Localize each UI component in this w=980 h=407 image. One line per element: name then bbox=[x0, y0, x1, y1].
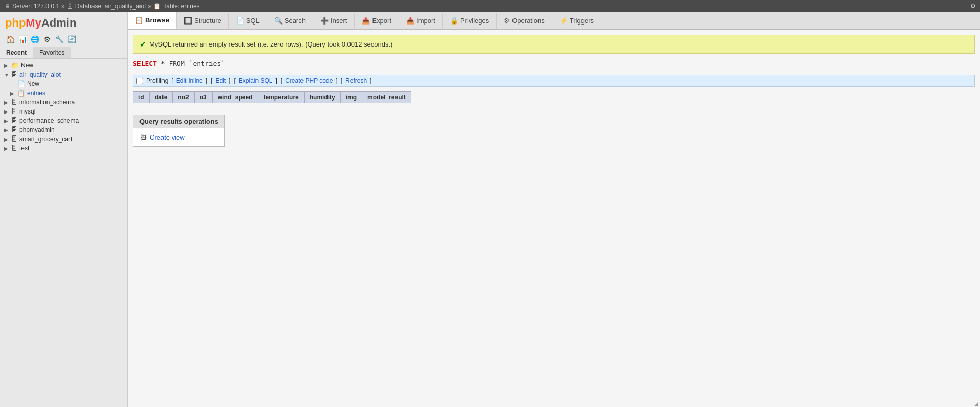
col-humidity: humidity bbox=[304, 92, 340, 103]
table-header-row: id date no2 o3 wind_speed temperature hu… bbox=[133, 92, 411, 103]
sidebar-item-mysql[interactable]: ▶ 🗄 mysql bbox=[0, 107, 127, 116]
sidebar-item-air-quality-aiot[interactable]: ▼ 🗄 air_quality_aiot bbox=[0, 70, 127, 79]
refresh-link[interactable]: Refresh bbox=[345, 77, 367, 84]
col-wind-speed: wind_speed bbox=[212, 92, 258, 103]
query-results-ops-label: Query results operations bbox=[139, 118, 218, 125]
search-icon: 🔍 bbox=[274, 17, 283, 25]
main-content: 📋 Browse 🔲 Structure 📄 SQL 🔍 Search ➕ In… bbox=[128, 12, 980, 407]
col-id: id bbox=[133, 92, 150, 103]
check-icon: ✔ bbox=[139, 39, 146, 49]
bracket-open5: [ bbox=[341, 77, 342, 84]
logo-php: php bbox=[5, 16, 26, 29]
sidebar-item-performance-schema[interactable]: ▶ 🗄 performance_schema bbox=[0, 116, 127, 125]
content-area: ✔ MySQL returned an empty result set (i.… bbox=[128, 30, 980, 407]
profiling-checkbox[interactable] bbox=[136, 78, 143, 84]
breadcrumb-sep1: » bbox=[61, 3, 65, 10]
db-icon-mysql: 🗄 bbox=[11, 108, 17, 115]
refresh-icon[interactable]: 🔄 bbox=[66, 34, 77, 44]
tab-privileges[interactable]: 🔒 Privileges bbox=[443, 13, 497, 29]
sidebar-item-information-schema[interactable]: ▶ 🗄 information_schema bbox=[0, 98, 127, 107]
col-o3: o3 bbox=[194, 92, 212, 103]
db-icon-information-schema: 🗄 bbox=[11, 99, 17, 106]
sidebar-item-label-phpmyadmin: phpmyadmin bbox=[19, 126, 55, 133]
col-no2: no2 bbox=[173, 92, 194, 103]
chart-icon[interactable]: 📊 bbox=[17, 34, 28, 44]
toggle-mysql: ▶ bbox=[4, 109, 9, 115]
toggle-test: ▶ bbox=[4, 146, 9, 151]
toggle-information-schema: ▶ bbox=[4, 100, 9, 105]
tab-sql-label: SQL bbox=[246, 17, 260, 25]
home-icon[interactable]: 🏠 bbox=[5, 34, 15, 44]
tab-triggers[interactable]: ⚡ Triggers bbox=[552, 13, 601, 29]
tab-browse[interactable]: 📋 Browse bbox=[128, 12, 177, 29]
create-view-link[interactable]: Create view bbox=[150, 133, 185, 141]
tab-insert-label: Insert bbox=[331, 17, 347, 25]
toggle-smart-grocery-cart: ▶ bbox=[4, 137, 9, 142]
tab-export[interactable]: 📤 Export bbox=[355, 13, 399, 29]
sidebar-item-label-new-root: New bbox=[21, 62, 33, 69]
bracket-close5: ] bbox=[370, 77, 371, 84]
gear-icon[interactable]: ⚙ bbox=[970, 3, 976, 10]
sidebar-item-phpmyadmin[interactable]: ▶ 🗄 phpmyadmin bbox=[0, 125, 127, 134]
col-img: img bbox=[340, 92, 362, 103]
sql-display: SELECT * FROM `entries` bbox=[133, 58, 975, 70]
server-icon: 🖥 bbox=[4, 3, 10, 10]
tab-import[interactable]: 📥 Import bbox=[399, 13, 443, 29]
insert-icon: ➕ bbox=[320, 17, 329, 25]
sidebar-item-label-air-quality-aiot: air_quality_aiot bbox=[19, 71, 61, 78]
tab-sql[interactable]: 📄 SQL bbox=[229, 13, 267, 29]
operations-icon: ⚙ bbox=[504, 17, 510, 25]
sidebar-tree: ▶ 📁 New ▼ 🗄 air_quality_aiot 📄 New ▶ 📋 e… bbox=[0, 59, 127, 407]
tools-icon[interactable]: 🔧 bbox=[54, 34, 64, 44]
table-label[interactable]: Table: entries bbox=[163, 3, 199, 10]
tab-operations-label: Operations bbox=[512, 17, 545, 25]
query-results-ops-header[interactable]: Query results operations bbox=[133, 115, 224, 128]
resize-handle[interactable]: ◢ bbox=[973, 400, 980, 407]
sidebar-item-label-information-schema: information_schema bbox=[19, 99, 75, 106]
bracket-close1: ] bbox=[206, 77, 207, 84]
sidebar-item-label-entries: entries bbox=[27, 89, 45, 97]
server-label[interactable]: Server: 127.0.0.1 bbox=[12, 3, 59, 10]
new-root-icon: 📁 bbox=[11, 62, 19, 69]
tab-import-label: Import bbox=[416, 17, 435, 25]
sidebar-item-entries[interactable]: ▶ 📋 entries bbox=[0, 88, 127, 98]
edit-inline-link[interactable]: Edit inline bbox=[176, 77, 203, 84]
bracket-open4: [ bbox=[281, 77, 282, 84]
bracket-close4: ] bbox=[336, 77, 337, 84]
globe-icon[interactable]: 🌐 bbox=[30, 34, 40, 44]
tab-structure-label: Structure bbox=[194, 17, 221, 25]
tab-search-label: Search bbox=[285, 17, 306, 25]
export-icon: 📤 bbox=[362, 17, 370, 25]
database-label[interactable]: Database: air_quality_aiot bbox=[75, 3, 146, 10]
tab-triggers-label: Triggers bbox=[570, 17, 594, 25]
sidebar-tabs: Recent Favorites bbox=[0, 47, 127, 59]
privileges-icon: 🔒 bbox=[450, 17, 458, 25]
sidebar-logo: phpMyAdmin bbox=[0, 12, 127, 32]
tab-operations[interactable]: ⚙ Operations bbox=[497, 13, 552, 29]
sidebar-item-label-smart-grocery-cart: smart_grocery_cart bbox=[19, 135, 72, 143]
tab-structure[interactable]: 🔲 Structure bbox=[177, 13, 229, 29]
db-icon-performance-schema: 🗄 bbox=[11, 117, 17, 124]
sidebar-item-smart-grocery-cart[interactable]: ▶ 🗄 smart_grocery_cart bbox=[0, 134, 127, 144]
triggers-icon: ⚡ bbox=[559, 17, 568, 25]
tab-favorites[interactable]: Favorites bbox=[33, 47, 71, 58]
tab-recent[interactable]: Recent bbox=[0, 47, 33, 58]
query-results-ops-body: 🖼 Create view bbox=[133, 128, 224, 146]
tab-search[interactable]: 🔍 Search bbox=[267, 13, 313, 29]
bracket-close2: ] bbox=[229, 77, 230, 84]
settings-icon[interactable]: ⚙ bbox=[42, 34, 52, 44]
sidebar-item-new-root[interactable]: ▶ 📁 New bbox=[0, 61, 127, 70]
structure-icon: 🔲 bbox=[184, 17, 192, 25]
col-model-result: model_result bbox=[362, 92, 411, 103]
edit-link[interactable]: Edit bbox=[215, 77, 226, 84]
sidebar-item-test[interactable]: ▶ 🗄 test bbox=[0, 144, 127, 153]
tab-insert[interactable]: ➕ Insert bbox=[313, 13, 355, 29]
explain-sql-link[interactable]: Explain SQL bbox=[239, 77, 273, 84]
sidebar-item-label-new-db: New bbox=[27, 80, 39, 87]
toggle-entries: ▶ bbox=[10, 91, 15, 96]
col-date: date bbox=[149, 92, 173, 103]
topbar: 🖥 Server: 127.0.0.1 » 🗄 Database: air_qu… bbox=[0, 0, 980, 12]
tab-bar: 📋 Browse 🔲 Structure 📄 SQL 🔍 Search ➕ In… bbox=[128, 12, 980, 30]
create-php-code-link[interactable]: Create PHP code bbox=[285, 77, 333, 84]
sidebar-item-new-db[interactable]: 📄 New bbox=[0, 79, 127, 88]
